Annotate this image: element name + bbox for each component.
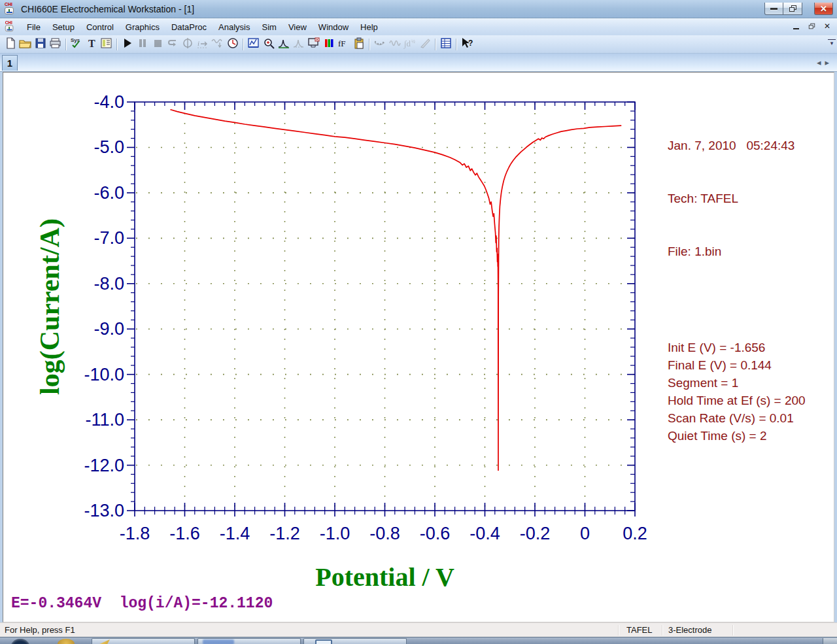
y-tick-label: -11.0: [85, 410, 124, 430]
restore-icon: [789, 5, 796, 12]
squiggle-icon: [389, 37, 401, 52]
info-datetime: Jan. 7, 2010 05:24:43: [668, 137, 832, 154]
run-experiment-button[interactable]: [120, 37, 135, 52]
print-button[interactable]: [48, 37, 63, 52]
floppy-icon: [35, 37, 46, 52]
mdi-document-icon[interactable]: CHI: [5, 22, 15, 32]
mdi-close-button[interactable]: ✕: [821, 20, 833, 32]
play-icon: [122, 37, 133, 52]
title-bar[interactable]: CHI CHI660E Electrochemical Workstation …: [0, 0, 837, 18]
new-button[interactable]: [3, 37, 18, 52]
menu-control[interactable]: Control: [80, 20, 120, 35]
show-desktop-button[interactable]: [823, 638, 837, 644]
toolbar-separator: [456, 39, 456, 50]
mdi-restore-icon: [808, 24, 814, 29]
technique-button[interactable]: T: [84, 37, 99, 52]
toolbar: SysTifF∫d½? ▾: [0, 35, 837, 54]
svg-text:T: T: [88, 38, 95, 49]
menu-help[interactable]: Help: [354, 20, 384, 35]
reverse-scan-button: [165, 37, 180, 52]
zero-icon: [182, 37, 194, 52]
menu-dataproc[interactable]: DataProc: [165, 20, 213, 35]
start-button[interactable]: [10, 639, 30, 644]
present-data-plot-button[interactable]: [246, 37, 261, 52]
toolbar-separator: [116, 39, 117, 50]
taskbar-app-icon[interactable]: [58, 639, 75, 644]
y-tick-label: -10.0: [84, 365, 124, 384]
svg-text:fF: fF: [338, 39, 346, 48]
dots-curve-icon: [373, 37, 386, 52]
peak-shape-button[interactable]: [276, 37, 291, 52]
status-electrode-mode: 3-Electrode: [668, 625, 711, 635]
font-setup-button[interactable]: fF: [336, 37, 351, 52]
tab-1[interactable]: 1: [2, 55, 18, 71]
system-setup-button[interactable]: Sys: [69, 37, 84, 52]
menu-sim[interactable]: Sim: [256, 20, 282, 35]
window-close-button[interactable]: ✕: [814, 3, 833, 15]
menu-setup[interactable]: Setup: [46, 20, 80, 35]
x-tick-label: -1.4: [220, 524, 250, 543]
svg-text:½: ½: [411, 39, 415, 44]
timer-button[interactable]: [225, 37, 240, 52]
list-box-icon: [100, 37, 112, 52]
cursor-readout: E=-0.3464V log(i/A)=-12.1120: [11, 595, 273, 612]
menu-analysis[interactable]: Analysis: [213, 20, 256, 35]
menu-graphics[interactable]: Graphics: [120, 20, 165, 35]
y-tick-label: -13.0: [84, 501, 124, 520]
tab-scroll-right-icon[interactable]: ▸: [825, 58, 833, 67]
app-icon: CHI: [4, 3, 16, 15]
color-legend-button[interactable]: [321, 37, 336, 52]
status-technique: TAFEL: [626, 625, 653, 635]
tab-bar: 1 ◂▸: [0, 54, 837, 72]
menu-view[interactable]: View: [282, 20, 313, 35]
zoom-in-button[interactable]: [261, 37, 276, 52]
pause-button: [135, 37, 150, 52]
ir-drop-button: [210, 37, 225, 52]
info-parameter: Quiet Time (s) = 2: [668, 427, 832, 445]
graph-options-button[interactable]: [306, 37, 321, 52]
chi660e-window: { "window": { "title": "CHI660E Electroc…: [0, 0, 837, 644]
zero-current-button: [180, 37, 195, 52]
chart-icon: [247, 37, 260, 52]
window-minimize-button[interactable]: [764, 3, 783, 15]
mdi-close-icon: ✕: [824, 22, 830, 31]
clipboard-icon: [353, 37, 365, 52]
plot-document[interactable]: -4.0-5.0-6.0-7.0-8.0-9.0-10.0-11.0-12.0-…: [3, 72, 834, 622]
context-help-button[interactable]: ?: [459, 37, 474, 52]
menu-file[interactable]: File: [21, 20, 46, 35]
y-tick-label: -9.0: [94, 319, 124, 339]
toolbar-overflow-chevron[interactable]: ▾: [828, 38, 836, 51]
text-t-icon: T: [86, 37, 97, 52]
stop-icon: [152, 37, 163, 52]
parameters-button[interactable]: [99, 37, 114, 52]
y-tick-label: -8.0: [94, 274, 124, 294]
data-listing-button[interactable]: [438, 37, 453, 52]
magnifier-icon: [263, 37, 275, 52]
svg-text:i: i: [197, 39, 199, 47]
copy-to-clipboard-button[interactable]: [351, 37, 366, 52]
tab-scroll-arrows[interactable]: ◂▸: [817, 58, 833, 67]
y-tick-label: -4.0: [94, 92, 124, 112]
sys-icon: Sys: [70, 37, 82, 52]
y-tick-label: -12.0: [84, 456, 124, 475]
x-tick-label: 0: [580, 524, 590, 543]
window-restore-button[interactable]: [783, 3, 802, 15]
y-tick-label: -5.0: [94, 137, 124, 157]
minimize-icon: [770, 8, 777, 10]
svg-text:∫d: ∫d: [403, 39, 411, 49]
menu-window[interactable]: Window: [313, 20, 354, 35]
x-tick-label: -1.8: [120, 524, 150, 543]
x-tick-label: -1.6: [169, 524, 200, 543]
peak-icon: [278, 37, 290, 52]
x-tick-label: -1.0: [320, 524, 350, 543]
peak2-icon: [293, 37, 305, 52]
tab-scroll-left-icon[interactable]: ◂: [817, 58, 825, 67]
mdi-minimize-button[interactable]: [790, 20, 802, 32]
y-tick-label: -6.0: [94, 183, 124, 203]
integral-icon: ∫d½: [403, 37, 416, 52]
mdi-restore-button[interactable]: [806, 20, 817, 32]
windows-taskbar[interactable]: [0, 637, 837, 644]
save-button[interactable]: [33, 37, 48, 52]
x-tick-label: 0.2: [623, 524, 647, 543]
open-button[interactable]: [18, 37, 33, 52]
